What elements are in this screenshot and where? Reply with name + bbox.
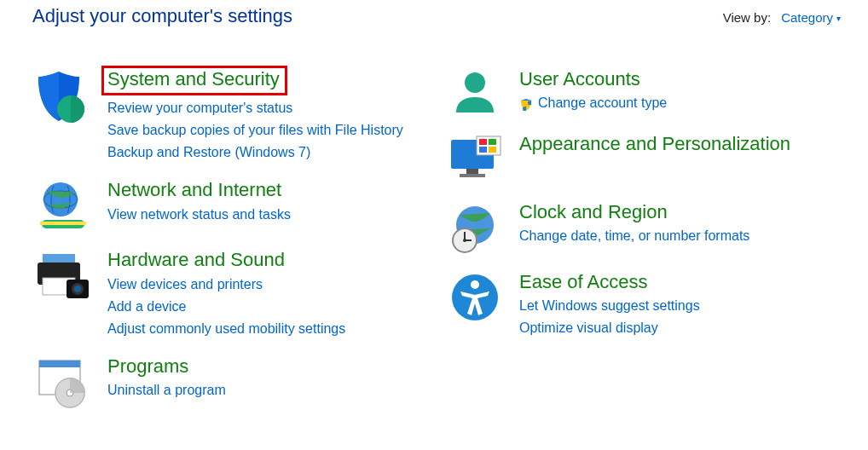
link-change-account-type[interactable]: Change account type [519, 92, 667, 114]
link-visual-display[interactable]: Optimize visual display [519, 317, 841, 339]
svg-point-16 [465, 72, 485, 93]
view-by: View by: Category ▾ [723, 10, 841, 25]
category-title-clock-region[interactable]: Clock and Region [519, 201, 668, 223]
category-title-ease-of-access[interactable]: Ease of Access [519, 271, 647, 293]
link-review-status[interactable]: Review your computer's status [107, 97, 429, 119]
svg-rect-23 [479, 139, 487, 145]
link-network-status[interactable]: View network status and tasks [107, 204, 429, 226]
globe-clock-icon [444, 201, 506, 256]
view-by-label: View by: [723, 10, 771, 25]
link-devices-printers[interactable]: View devices and printers [107, 274, 429, 296]
svg-rect-5 [43, 254, 75, 262]
page-title: Adjust your computer's settings [32, 5, 292, 27]
category-title-appearance[interactable]: Appearance and Personalization [519, 133, 790, 155]
accessibility-icon [444, 271, 506, 339]
svg-rect-12 [39, 361, 80, 367]
category-user-accounts: User Accounts [444, 68, 841, 118]
printer-camera-icon [32, 249, 94, 339]
link-date-time-formats[interactable]: Change date, time, or number formats [519, 225, 841, 247]
programs-disc-icon [32, 355, 94, 408]
category-system-security: System and Security Review your computer… [32, 68, 429, 164]
view-by-value: Category [781, 10, 833, 25]
globe-network-icon [32, 179, 94, 234]
user-icon [444, 68, 506, 118]
chevron-down-icon: ▾ [836, 14, 841, 23]
link-add-device[interactable]: Add a device [107, 296, 429, 318]
link-backup-restore[interactable]: Backup and Restore (Windows 7) [107, 141, 429, 164]
category-clock-region: Clock and Region Change date, time, or n… [444, 201, 841, 256]
category-title-user-accounts[interactable]: User Accounts [519, 68, 640, 90]
link-suggest-settings[interactable]: Let Windows suggest settings [519, 295, 841, 317]
category-network-internet: Network and Internet View network status… [32, 179, 429, 234]
category-title-programs[interactable]: Programs [107, 355, 188, 378]
link-file-history[interactable]: Save backup copies of your files with Fi… [107, 119, 429, 141]
svg-point-31 [463, 239, 466, 242]
shield-icon [32, 68, 94, 164]
category-hardware-sound: Hardware and Sound View devices and prin… [32, 249, 429, 339]
view-by-dropdown[interactable]: Category ▾ [781, 10, 841, 25]
svg-rect-4 [40, 222, 86, 225]
svg-rect-21 [460, 174, 485, 177]
svg-point-10 [74, 286, 81, 292]
category-title-network-internet[interactable]: Network and Internet [107, 179, 281, 201]
category-title-hardware-sound[interactable]: Hardware and Sound [107, 249, 285, 271]
svg-rect-24 [489, 139, 496, 145]
svg-rect-25 [479, 147, 487, 153]
uac-shield-icon [519, 96, 533, 110]
category-ease-of-access: Ease of Access Let Windows suggest setti… [444, 271, 841, 339]
category-appearance: Appearance and Personalization [444, 133, 841, 186]
link-uninstall-program[interactable]: Uninstall a program [107, 379, 429, 401]
svg-rect-20 [466, 169, 478, 174]
svg-point-1 [43, 182, 78, 216]
link-mobility-settings[interactable]: Adjust commonly used mobility settings [107, 318, 429, 340]
link-change-account-type-text: Change account type [538, 92, 667, 114]
monitor-apps-icon [444, 133, 506, 186]
category-programs: Programs Uninstall a program [32, 355, 429, 408]
category-title-system-security[interactable]: System and Security [101, 66, 287, 95]
svg-rect-26 [489, 147, 496, 153]
svg-point-33 [471, 280, 479, 289]
